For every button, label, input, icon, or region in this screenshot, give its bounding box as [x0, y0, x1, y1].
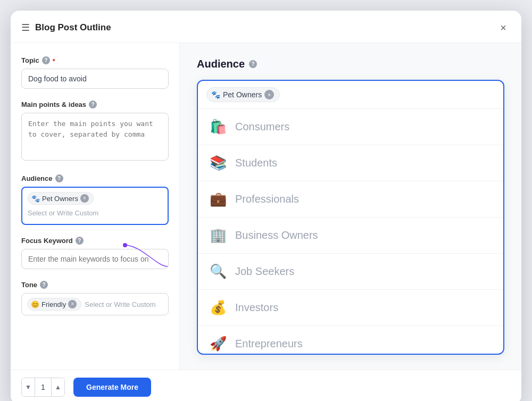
audience-input-field[interactable]: 🐾 Pet Owners × Select or Write Custom [21, 187, 169, 225]
tone-placeholder: Select or Write Custom [85, 300, 155, 308]
pet-owners-label: Pet Owners [42, 195, 78, 203]
option-emoji-entrepreneurs: 🚀 [209, 336, 228, 352]
audience-dropdown-help-icon[interactable]: ? [249, 60, 257, 68]
focus-keyword-help-icon[interactable]: ? [76, 237, 84, 245]
friendly-remove-button[interactable]: × [68, 300, 77, 308]
friendly-label: Friendly [41, 300, 66, 308]
option-label-entrepreneurs: Entrepreneurs [235, 338, 303, 350]
audience-option-investors[interactable]: 💰 Investors [198, 290, 503, 326]
option-emoji-students: 📚 [209, 155, 228, 171]
audience-option-professionals[interactable]: 💼 Professionals [198, 181, 503, 218]
option-label-students: Students [235, 157, 277, 169]
option-label-business-owners: Business Owners [235, 229, 318, 241]
required-indicator: • [53, 56, 55, 64]
modal-body: Topic ? • Main points & ideas ? Audience… [11, 43, 521, 370]
topic-help-icon[interactable]: ? [42, 56, 50, 64]
modal-title: Blog Post Outline [35, 22, 493, 33]
audience-dropdown-header: Audience ? [197, 58, 504, 70]
audience-help-icon[interactable]: ? [55, 174, 63, 182]
modal: ☰ Blog Post Outline × Topic ? • Main poi… [11, 11, 521, 401]
option-label-investors: Investors [235, 302, 278, 314]
pet-owners-emoji: 🐾 [31, 195, 40, 203]
audience-label: Audience ? [21, 174, 169, 182]
friendly-tone-tag: 😊 Friendly × [27, 298, 81, 311]
tone-input-field[interactable]: 😊 Friendly × Select or Write Custom [21, 293, 169, 315]
outline-icon: ☰ [21, 22, 30, 34]
quantity-increment-button[interactable]: ▲ [52, 378, 64, 396]
audience-option-entrepreneurs[interactable]: 🚀 Entrepreneurs [198, 326, 503, 354]
audience-option-consumers[interactable]: 🛍️ Consumers [198, 109, 503, 145]
quantity-stepper[interactable]: ▼ ▲ [21, 378, 65, 397]
dropdown-tag-remove[interactable]: × [264, 90, 274, 99]
left-panel: Topic ? • Main points & ideas ? Audience… [11, 43, 180, 370]
topic-label: Topic ? • [21, 56, 169, 64]
right-panel: Audience ? 🐾 Pet Owners × 🛍️ Consumers [180, 43, 521, 370]
main-points-label: Main points & ideas ? [21, 101, 169, 108]
option-label-consumers: Consumers [235, 121, 289, 133]
audience-option-job-seekers[interactable]: 🔍 Job Seekers [198, 254, 503, 290]
audience-dropdown: 🐾 Pet Owners × 🛍️ Consumers 📚 Students 💼… [197, 80, 504, 355]
option-emoji-professionals: 💼 [209, 191, 228, 207]
pet-owners-remove-button[interactable]: × [80, 194, 89, 203]
modal-footer: ▼ ▲ Generate More [11, 370, 521, 401]
dropdown-search-tag: 🐾 Pet Owners × [206, 87, 280, 102]
focus-keyword-field-group: Focus Keyword ? [21, 237, 169, 269]
pet-owners-tag: 🐾 Pet Owners × [28, 192, 94, 205]
friendly-emoji: 😊 [31, 300, 39, 308]
close-button[interactable]: × [498, 20, 509, 35]
quantity-decrement-button[interactable]: ▼ [22, 378, 35, 396]
main-points-input[interactable] [21, 113, 169, 161]
tone-help-icon[interactable]: ? [40, 281, 48, 289]
audience-tags: 🐾 Pet Owners × [28, 192, 162, 205]
dropdown-search-row[interactable]: 🐾 Pet Owners × [198, 81, 503, 109]
option-label-professionals: Professionals [235, 193, 299, 205]
quantity-input[interactable] [35, 378, 52, 396]
option-emoji-business-owners: 🏢 [209, 227, 228, 244]
audience-dropdown-title: Audience [197, 58, 245, 70]
option-emoji-investors: 💰 [209, 299, 228, 316]
audience-placeholder: Select or Write Custom [28, 209, 98, 217]
audience-options-list: 🛍️ Consumers 📚 Students 💼 Professionals … [198, 109, 503, 354]
main-points-field-group: Main points & ideas ? [21, 101, 169, 163]
audience-option-business-owners[interactable]: 🏢 Business Owners [198, 218, 503, 254]
dropdown-tag-emoji: 🐾 [211, 90, 220, 99]
generate-more-button[interactable]: Generate More [73, 378, 151, 397]
option-emoji-job-seekers: 🔍 [209, 263, 228, 280]
modal-header: ☰ Blog Post Outline × [11, 11, 521, 43]
option-label-job-seekers: Job Seekers [235, 265, 294, 278]
main-points-help-icon[interactable]: ? [89, 101, 97, 108]
topic-field-group: Topic ? • [21, 56, 169, 89]
dropdown-tag-label: Pet Owners [223, 90, 262, 99]
option-emoji-consumers: 🛍️ [209, 119, 228, 135]
focus-keyword-input[interactable] [21, 249, 169, 269]
audience-field-group: Audience ? 🐾 Pet Owners × Select or Writ… [21, 174, 169, 225]
audience-option-students[interactable]: 📚 Students [198, 145, 503, 181]
topic-input[interactable] [21, 69, 169, 89]
tone-label: Tone ? [21, 281, 169, 289]
tone-field-group: Tone ? 😊 Friendly × Select or Write Cust… [21, 281, 169, 315]
focus-keyword-label: Focus Keyword ? [21, 237, 169, 245]
